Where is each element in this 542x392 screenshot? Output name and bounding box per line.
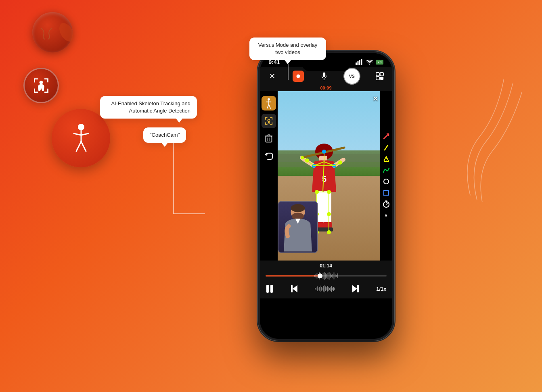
svg-rect-73 bbox=[384, 190, 389, 195]
svg-rect-21 bbox=[380, 77, 383, 80]
signal-icon bbox=[356, 59, 364, 65]
svg-line-47 bbox=[324, 162, 334, 166]
tooltip-skeleton: AI-Enabled Skeleton Tracking and Automat… bbox=[100, 96, 197, 119]
ball-seam bbox=[32, 18, 61, 46]
mic-icon bbox=[321, 72, 327, 81]
speed-button[interactable]: 1/1x bbox=[376, 285, 386, 292]
svg-point-0 bbox=[40, 81, 43, 84]
svg-line-6 bbox=[81, 142, 86, 151]
svg-marker-83 bbox=[293, 285, 297, 292]
close-button[interactable]: ✕ bbox=[266, 70, 278, 82]
skeleton-tool-icon bbox=[264, 98, 273, 109]
svg-point-14 bbox=[296, 75, 300, 78]
svg-line-69 bbox=[384, 134, 389, 139]
tool-circle-white[interactable] bbox=[382, 177, 391, 186]
vs-label: VS bbox=[349, 74, 355, 79]
video-close-button[interactable]: ✕ bbox=[372, 94, 379, 103]
svg-point-63 bbox=[268, 119, 270, 122]
svg-point-72 bbox=[384, 179, 389, 184]
trash-icon bbox=[265, 134, 273, 144]
skip-back-icon bbox=[290, 284, 298, 293]
drawing-tools-panel: ∧ bbox=[380, 91, 392, 261]
tooltip-versus: Versus Mode and overlay two videos bbox=[249, 38, 326, 60]
gallery-button[interactable] bbox=[374, 70, 386, 82]
time-code: 01:14 bbox=[266, 263, 387, 269]
svg-rect-11 bbox=[358, 61, 359, 65]
svg-point-32 bbox=[322, 150, 326, 154]
trash-button[interactable] bbox=[262, 131, 276, 146]
tool-timer[interactable] bbox=[382, 200, 391, 209]
svg-rect-64 bbox=[266, 136, 272, 142]
undo-icon bbox=[264, 152, 273, 161]
video-area: 5 bbox=[260, 91, 392, 261]
tool-collapse[interactable]: ∧ bbox=[382, 211, 391, 220]
pip-person-figure bbox=[278, 202, 317, 252]
svg-rect-12 bbox=[359, 60, 360, 65]
svg-rect-81 bbox=[266, 285, 269, 293]
svg-line-61 bbox=[267, 104, 268, 108]
tool-line-yellow[interactable] bbox=[382, 143, 391, 152]
svg-rect-82 bbox=[270, 285, 273, 293]
skip-forward-button[interactable] bbox=[352, 284, 360, 293]
phone-shell: 9:41 bbox=[257, 51, 395, 341]
svg-line-48 bbox=[307, 161, 314, 166]
tool-curve-green[interactable] bbox=[382, 166, 391, 175]
scan-tool-button[interactable] bbox=[262, 114, 276, 128]
tool-angle-yellow[interactable] bbox=[382, 154, 391, 163]
svg-marker-85 bbox=[352, 285, 357, 292]
time-display: 00:09 bbox=[260, 85, 392, 91]
record-button[interactable] bbox=[293, 71, 304, 82]
tooltip-coachcam: "CoachCam" bbox=[143, 127, 186, 143]
svg-point-80 bbox=[292, 213, 304, 220]
mic-button[interactable] bbox=[318, 70, 330, 82]
tooltip-versus-text: Versus Mode and overlay two videos bbox=[258, 42, 318, 55]
svg-point-1 bbox=[78, 124, 84, 130]
svg-rect-19 bbox=[380, 73, 383, 76]
pip-window bbox=[278, 201, 318, 253]
record-icon bbox=[296, 74, 301, 79]
progress-fill bbox=[266, 275, 320, 277]
pause-button[interactable] bbox=[266, 284, 274, 294]
svg-point-79 bbox=[291, 204, 305, 212]
svg-line-5 bbox=[76, 142, 81, 151]
skip-back-button[interactable] bbox=[290, 284, 298, 293]
skeleton-tool-button[interactable] bbox=[262, 96, 276, 111]
svg-rect-20 bbox=[376, 77, 379, 80]
gallery-icon bbox=[375, 72, 384, 81]
svg-line-46 bbox=[314, 162, 324, 166]
feature-circle-scan bbox=[23, 68, 59, 103]
decorative-ball-top bbox=[32, 12, 73, 52]
controls-row: 1/1x bbox=[266, 284, 387, 294]
tooltip-skeleton-text: AI-Enabled Skeleton Tracking and Automat… bbox=[111, 100, 190, 114]
person-body-icon bbox=[67, 122, 95, 154]
playback-area: 01:14 bbox=[260, 261, 392, 298]
feature-circle-person bbox=[52, 109, 110, 167]
progress-bar[interactable] bbox=[266, 270, 387, 281]
svg-line-70 bbox=[385, 145, 388, 150]
pause-icon bbox=[266, 284, 274, 294]
scan-tool-icon bbox=[264, 117, 273, 125]
waveform-strip bbox=[315, 285, 335, 293]
phone-container: 9:41 bbox=[257, 51, 395, 341]
svg-line-62 bbox=[269, 104, 270, 108]
undo-button[interactable] bbox=[262, 149, 276, 164]
svg-rect-84 bbox=[291, 285, 293, 292]
svg-line-4 bbox=[81, 133, 88, 135]
svg-rect-18 bbox=[376, 73, 379, 76]
svg-rect-66 bbox=[268, 135, 270, 136]
vs-button[interactable]: VS bbox=[344, 69, 360, 84]
tool-rect-blue[interactable] bbox=[382, 188, 391, 197]
left-panel bbox=[260, 91, 278, 261]
speed-label: 1/1x bbox=[376, 286, 386, 292]
phone-screen: 9:41 bbox=[260, 53, 392, 339]
wifi-icon bbox=[366, 59, 374, 65]
svg-line-51 bbox=[323, 162, 324, 192]
svg-rect-13 bbox=[361, 59, 362, 65]
tooltip-coachcam-text: "CoachCam" bbox=[150, 132, 180, 138]
tool-arrow-red[interactable] bbox=[382, 132, 391, 141]
scan-person-icon bbox=[32, 77, 50, 94]
progress-thumb[interactable] bbox=[318, 273, 322, 278]
skip-forward-icon bbox=[352, 284, 360, 293]
svg-line-3 bbox=[74, 133, 81, 135]
svg-rect-10 bbox=[356, 63, 357, 65]
